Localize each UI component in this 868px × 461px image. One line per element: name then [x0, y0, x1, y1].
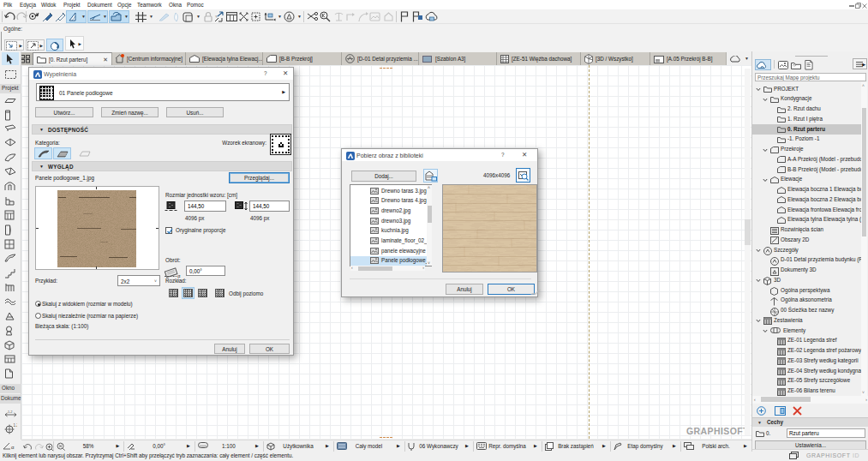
svg-text:1.2: 1.2: [8, 410, 13, 414]
svg-text:α: α: [11, 445, 15, 450]
svg-text:1.2: 1.2: [14, 423, 18, 428]
